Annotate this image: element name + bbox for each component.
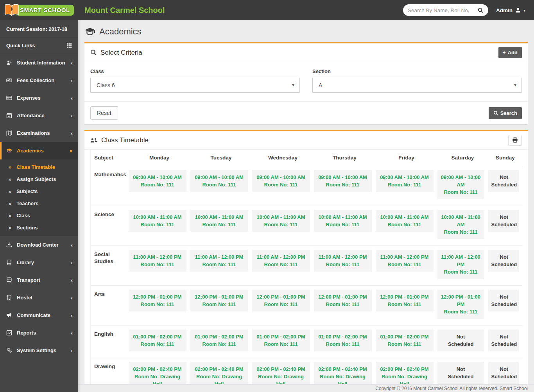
slot-time: 09:00 AM - 10:00 AM xyxy=(317,174,369,181)
section-select[interactable]: A ▼ xyxy=(312,78,522,93)
sidebar-item-label: Examinations xyxy=(17,130,50,136)
main-content: Academics Select Criteria +Add Class Cla… xyxy=(78,20,534,392)
not-scheduled-label: Not Scheduled xyxy=(491,365,517,380)
timetable-cell: 12:00 PM - 01:00 PMRoom No: 111 xyxy=(314,286,376,326)
column-header-thursday: Thursday xyxy=(314,150,376,166)
class-slot: 11:00 AM - 12:00 PMRoom No: 111 xyxy=(314,250,372,272)
sidebar-item-library[interactable]: Library‹ xyxy=(0,254,78,271)
timetable-row: Arts12:00 PM - 01:00 PMRoom No: 11112:00… xyxy=(91,286,523,326)
timetable-cell-empty: Not Scheduled xyxy=(437,326,488,358)
sidebar-item-fees-collection[interactable]: Fees Collection‹ xyxy=(0,72,78,89)
bus-icon xyxy=(6,277,13,283)
timetable-cell-empty: Not Scheduled xyxy=(488,326,523,358)
timetable-table: SubjectMondayTuesdayWednesdayThursdayFri… xyxy=(90,150,523,392)
submenu-item-sections[interactable]: »Sections xyxy=(0,222,78,234)
timetable-cell-empty: Not Scheduled xyxy=(488,286,523,326)
sidebar-menu: Student Information‹Fees Collection‹Expe… xyxy=(0,54,78,359)
reset-button[interactable]: Reset xyxy=(90,106,118,120)
slot-time: 09:00 AM - 10:00 AM xyxy=(441,174,481,188)
not-scheduled-slot: Not Scheduled xyxy=(488,362,519,384)
sidebar-item-download-center[interactable]: Download Center‹ xyxy=(0,236,78,254)
slot-time: 10:00 AM - 11:00 AM xyxy=(379,213,430,221)
slot-time: 10:00 AM - 11:00 AM xyxy=(317,213,369,221)
sidebar-item-examinations[interactable]: Examinations‹ xyxy=(0,124,78,142)
column-header-subject: Subject xyxy=(91,150,129,166)
timetable-cell: 09:00 AM - 10:00 AMRoom No: 111 xyxy=(314,166,376,206)
sidebar-item-academics[interactable]: Academics∨ xyxy=(0,142,78,159)
timetable-cell: 09:00 AM - 10:00 AMRoom No: 111 xyxy=(376,166,437,206)
chevron-left-icon: ‹ xyxy=(71,261,73,265)
submenu-item-label: Subjects xyxy=(16,188,38,194)
sidebar-item-attendance[interactable]: Attendance‹ xyxy=(0,107,78,124)
copyright-text: Copyright © 2016 Mount Carmel School All… xyxy=(375,386,528,391)
sidebar-item-expenses[interactable]: Expenses‹ xyxy=(0,89,78,107)
class-timetable-panel: Class Timetable SubjectMondayTuesdayWedn… xyxy=(84,130,528,392)
sidebar-item-transport[interactable]: Transport‹ xyxy=(0,271,78,289)
timetable-cell: 11:00 AM - 12:00 PMRoom No: 111 xyxy=(190,246,252,286)
not-scheduled-slot: Not Scheduled xyxy=(488,170,519,192)
column-header-sunday: Sunday xyxy=(488,150,523,166)
slot-room: Room No: 111 xyxy=(317,340,369,348)
add-button[interactable]: +Add xyxy=(498,47,522,58)
submenu-item-teachers[interactable]: »Teachers xyxy=(0,197,78,209)
subject-cell: English xyxy=(91,326,129,358)
slot-room: Room No: 111 xyxy=(317,181,369,188)
timetable-cell: 10:00 AM - 11:00 AMRoom No: 111 xyxy=(376,206,437,246)
slot-time: 11:00 AM - 12:00 PM xyxy=(194,253,245,261)
chevron-left-icon: ‹ xyxy=(71,296,73,300)
calendar-check-icon xyxy=(6,113,13,118)
class-slot: 12:00 PM - 01:00 PMRoom No: 111 xyxy=(376,290,434,311)
sidebar-item-label: Academics xyxy=(17,148,44,154)
not-scheduled-label: Not Scheduled xyxy=(491,213,517,228)
class-slot: 11:00 AM - 12:00 PMRoom No: 111 xyxy=(252,250,310,272)
sidebar-item-student-information[interactable]: Student Information‹ xyxy=(0,54,78,72)
top-bar: SMART SCHOOL Mount Carmel School Admin ▾ xyxy=(0,0,534,20)
chevron-left-icon: ‹ xyxy=(71,243,73,247)
class-select[interactable]: Class 6 ▼ xyxy=(90,78,300,93)
chevron-down-icon: ∨ xyxy=(69,149,73,153)
money-icon xyxy=(6,77,13,83)
admin-label: Admin xyxy=(496,7,512,13)
sidebar-item-communicate[interactable]: Communicate‹ xyxy=(0,306,78,324)
class-slot: 12:00 PM - 01:00 PMRoom No: 111 xyxy=(437,290,484,319)
submenu-item-class-timetable[interactable]: »Class Timetable xyxy=(0,161,78,173)
slot-room: Room No: 111 xyxy=(255,301,307,308)
sidebar-item-reports[interactable]: Reports‹ xyxy=(0,324,78,342)
column-header-monday: Monday xyxy=(129,150,190,166)
slot-time: 12:00 PM - 01:00 PM xyxy=(132,293,183,301)
submenu-item-subjects[interactable]: »Subjects xyxy=(0,185,78,197)
search-button[interactable]: Search xyxy=(489,107,522,119)
credit-card-icon xyxy=(6,95,13,101)
submenu-item-class[interactable]: »Class xyxy=(0,209,78,222)
slot-time: 10:00 AM - 11:00 AM xyxy=(441,213,481,228)
not-scheduled-label: Not Scheduled xyxy=(491,333,517,348)
slot-time: 11:00 AM - 12:00 PM xyxy=(317,253,369,261)
class-slot: 01:00 PM - 02:00 PMRoom No: 111 xyxy=(252,329,310,351)
class-slot: 10:00 AM - 11:00 AMRoom No: 111 xyxy=(190,210,248,232)
sidebar-item-system-settings[interactable]: System Settings‹ xyxy=(0,342,78,359)
class-slot: 01:00 PM - 02:00 PMRoom No: 111 xyxy=(129,329,186,351)
submenu-item-label: Assign Subjects xyxy=(16,176,56,182)
timetable-cell: 09:00 AM - 10:00 AMRoom No: 111 xyxy=(129,166,190,206)
column-header-wednesday: Wednesday xyxy=(252,150,314,166)
print-button[interactable] xyxy=(508,135,522,146)
chevron-left-icon: ‹ xyxy=(71,96,73,100)
submenu-item-assign-subjects[interactable]: »Assign Subjects xyxy=(0,173,78,185)
sidebar-item-label: Transport xyxy=(17,277,40,283)
grid-icon xyxy=(66,43,72,48)
class-slot: 10:00 AM - 11:00 AMRoom No: 111 xyxy=(437,210,484,239)
admin-menu[interactable]: Admin ▾ xyxy=(496,7,525,13)
slot-room: Room No: 111 xyxy=(317,301,369,308)
slot-time: 01:00 PM - 02:00 PM xyxy=(379,333,430,340)
sidebar-item-label: Communicate xyxy=(17,312,50,318)
slot-room: Room No: 111 xyxy=(132,301,183,308)
app-logo[interactable]: SMART SCHOOL xyxy=(0,4,78,17)
section-select-value: A xyxy=(319,82,322,88)
search-icon[interactable] xyxy=(478,7,484,13)
sidebar-item-hostel[interactable]: Hostel‹ xyxy=(0,289,78,306)
slot-room: Room No: 111 xyxy=(441,188,481,196)
search-input[interactable] xyxy=(408,7,478,13)
timetable-cell: 10:00 AM - 11:00 AMRoom No: 111 xyxy=(129,206,190,246)
quick-links[interactable]: Quick Links xyxy=(0,38,78,54)
class-slot: 09:00 AM - 10:00 AMRoom No: 111 xyxy=(190,170,248,192)
